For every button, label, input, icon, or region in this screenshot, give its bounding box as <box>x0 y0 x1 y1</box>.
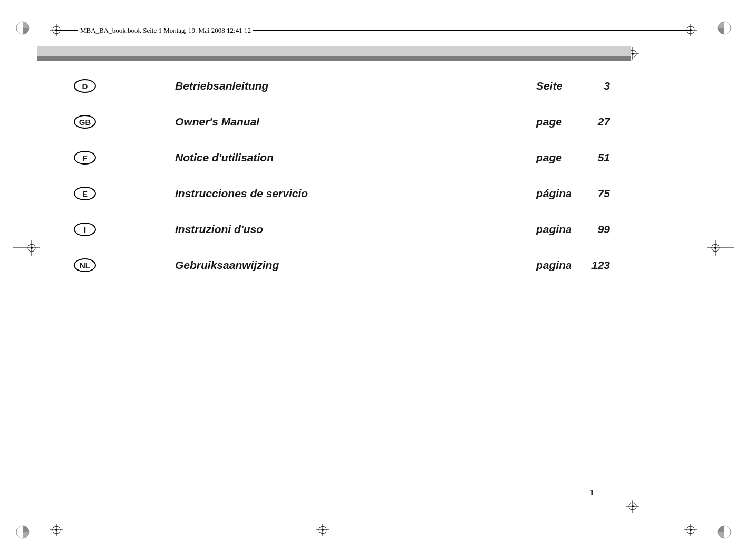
lang-badge: GB <box>74 115 96 129</box>
header-bar-dark <box>37 56 631 61</box>
registration-mark-icon <box>717 525 731 539</box>
crosshair-register-icon <box>684 524 697 536</box>
svg-point-23 <box>632 53 634 55</box>
toc-title: Betriebsanleitung <box>175 80 536 92</box>
toc-page-number: 27 <box>584 115 610 128</box>
toc: D Betriebsanleitung Seite 3 GB Owner's M… <box>74 79 610 294</box>
toc-page-number: 99 <box>584 223 610 236</box>
svg-point-31 <box>322 529 324 531</box>
header-file-info: MBA_BA_book.book Seite 1 Montag, 19. Mai… <box>78 26 253 35</box>
lang-badge: NL <box>74 258 96 272</box>
toc-title: Instruzioni d'uso <box>175 223 536 236</box>
toc-page-number: 123 <box>584 259 610 272</box>
lang-badge: F <box>74 151 96 165</box>
lang-badge: E <box>74 187 96 200</box>
toc-page-number: 51 <box>584 151 610 164</box>
toc-page-label: pagina <box>536 223 584 236</box>
toc-page-number: 75 <box>584 187 610 200</box>
svg-point-15 <box>55 529 57 531</box>
toc-page-number: 3 <box>584 80 610 92</box>
toc-row: GB Owner's Manual page 27 <box>74 115 610 129</box>
svg-point-19 <box>690 529 692 531</box>
svg-point-35 <box>31 247 33 249</box>
registration-mark-icon <box>16 525 30 539</box>
trim-line <box>40 29 40 531</box>
toc-row: NL Gebruiksaanwijzing pagina 123 <box>74 258 610 272</box>
crosshair-register-icon <box>316 524 329 536</box>
toc-page-label: page <box>536 151 584 164</box>
toc-row: E Instrucciones de servicio página 75 <box>74 187 610 200</box>
crosshair-side-icon <box>13 240 40 256</box>
trim-line <box>628 29 628 531</box>
toc-title: Gebruiksaanwijzing <box>175 259 536 272</box>
toc-row: D Betriebsanleitung Seite 3 <box>74 79 610 93</box>
toc-title: Notice d'utilisation <box>175 151 536 164</box>
toc-page-label: página <box>536 187 584 200</box>
registration-mark-icon <box>16 21 30 35</box>
toc-row: I Instruzioni d'uso pagina 99 <box>74 223 610 236</box>
lang-badge: I <box>74 223 96 236</box>
toc-page-label: page <box>536 115 584 128</box>
page-number: 1 <box>590 488 594 497</box>
svg-point-39 <box>714 247 716 249</box>
toc-title: Owner's Manual <box>175 115 536 128</box>
svg-point-27 <box>632 505 634 507</box>
crosshair-register-icon <box>50 524 63 536</box>
registration-mark-icon <box>717 21 731 35</box>
toc-title: Instrucciones de servicio <box>175 187 536 200</box>
toc-row: F Notice d'utilisation page 51 <box>74 151 610 165</box>
lang-badge: D <box>74 79 96 93</box>
toc-page-label: Seite <box>536 80 584 92</box>
crosshair-side-icon <box>707 240 734 256</box>
toc-page-label: pagina <box>536 259 584 272</box>
